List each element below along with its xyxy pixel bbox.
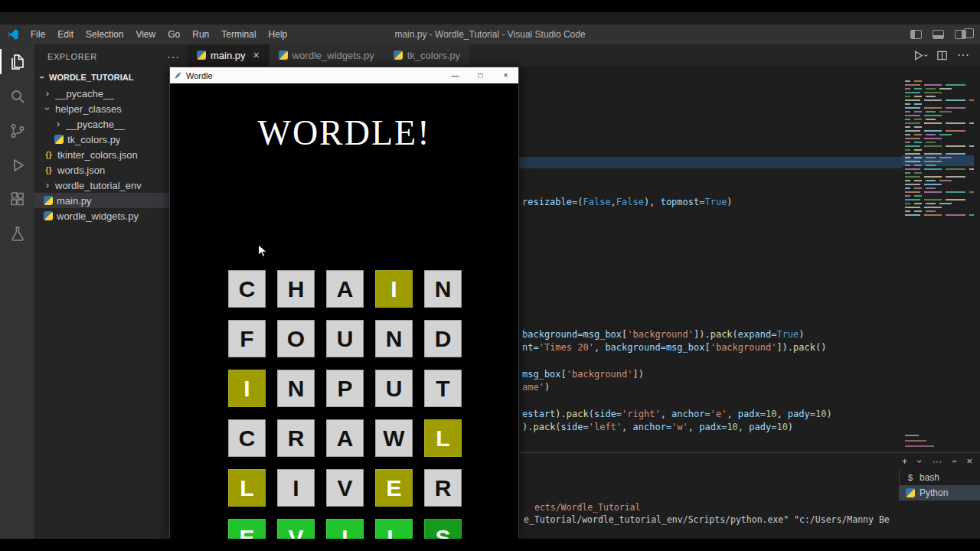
minimap-mark bbox=[946, 122, 965, 124]
tree-item-wordle-tutorial-env[interactable]: ›wordle_tutorial_env bbox=[34, 178, 188, 193]
minimap-mark bbox=[905, 180, 910, 181]
minimap-mark bbox=[924, 199, 942, 201]
menu-file[interactable]: File bbox=[24, 24, 51, 44]
tab-wordle_widgets-py[interactable]: wordle_widgets.py bbox=[270, 44, 384, 66]
terminal-more-actions-icon[interactable]: ··· bbox=[932, 455, 942, 467]
explorer-more-actions-icon[interactable]: ··· bbox=[167, 51, 180, 63]
minimap-mark bbox=[924, 122, 942, 124]
minimap-mark bbox=[905, 210, 910, 212]
minimap-mark bbox=[924, 153, 942, 155]
tk-icon bbox=[174, 71, 182, 80]
split-editor-icon[interactable] bbox=[936, 50, 948, 61]
minimap-mark bbox=[924, 168, 942, 170]
minimap-mark bbox=[924, 207, 942, 208]
wordle-tile-r4c2: R bbox=[277, 419, 315, 457]
minimap-mark bbox=[926, 111, 936, 112]
minimap-mark bbox=[905, 435, 919, 436]
source-control-icon[interactable] bbox=[0, 113, 34, 148]
wordle-tile-r2c4: N bbox=[375, 320, 413, 357]
wordle-app-window: Wordle — □ × WORDLE! CHAINFOUNDINPUTCRAW… bbox=[169, 67, 519, 539]
minimap-mark bbox=[905, 99, 920, 101]
python-file-icon bbox=[197, 51, 206, 60]
editor-more-actions-icon[interactable]: ··· bbox=[957, 48, 969, 62]
terminal-actions: + › ··· › × bbox=[902, 455, 972, 467]
wordle-heading: WORDLE! bbox=[170, 112, 518, 153]
wordle-tile-r4c3: A bbox=[326, 419, 364, 457]
menu-selection[interactable]: Selection bbox=[80, 24, 129, 44]
minimap-mark bbox=[924, 138, 942, 139]
json-file-icon: {} bbox=[44, 150, 54, 159]
new-terminal-icon[interactable]: + bbox=[902, 455, 908, 467]
wordle-body: WORDLE! CHAINFOUNDINPUTCRAWLLIVEREVILS bbox=[170, 112, 518, 551]
editor-tab-bar: main.py×wordle_widgets.pytk_colors.py › … bbox=[188, 44, 980, 66]
terminal-tab-python[interactable]: Python bbox=[900, 485, 980, 500]
tree-item-tkinter-colors-json[interactable]: {}tkinter_colors.json bbox=[34, 147, 188, 162]
search-icon[interactable] bbox=[0, 79, 34, 113]
file-label: main.py bbox=[57, 195, 92, 207]
wordle-tile-r2c1: F bbox=[228, 320, 266, 357]
close-panel-icon[interactable]: × bbox=[966, 455, 972, 467]
python-file-icon bbox=[279, 51, 288, 60]
wordle-tile-r4c5: L bbox=[424, 419, 462, 457]
run-python-file-button[interactable]: › bbox=[913, 50, 927, 61]
tree-item--pycache-[interactable]: ›__pycache__ bbox=[34, 86, 188, 101]
tree-item-main-py[interactable]: main.py bbox=[34, 193, 188, 208]
menu-edit[interactable]: Edit bbox=[51, 24, 80, 44]
tab-main-py[interactable]: main.py× bbox=[188, 44, 269, 66]
terminal-profile-chevron-icon[interactable]: › bbox=[915, 458, 924, 465]
run-and-debug-icon[interactable] bbox=[0, 148, 34, 182]
minimap-mark bbox=[926, 88, 936, 90]
wordle-tile-r3c5: T bbox=[424, 370, 462, 407]
testing-icon[interactable] bbox=[0, 217, 34, 251]
customize-layout-icon[interactable] bbox=[964, 28, 974, 38]
file-label: wordle_tutorial_env bbox=[55, 180, 142, 191]
toggle-panel-icon[interactable] bbox=[933, 30, 944, 39]
wordle-grid: CHAINFOUNDINPUTCRAWLLIVEREVILS bbox=[228, 270, 462, 551]
minimap-mark bbox=[905, 445, 934, 447]
minimap-mark bbox=[914, 195, 922, 197]
wordle-window-controls: — □ × bbox=[443, 67, 518, 83]
close-button[interactable]: × bbox=[493, 67, 518, 83]
minimap-mark bbox=[914, 172, 922, 174]
menu-view[interactable]: View bbox=[129, 24, 162, 44]
wordle-title-bar[interactable]: Wordle — □ × bbox=[170, 67, 518, 83]
tree-item--pycache-[interactable]: ›__pycache__ bbox=[34, 116, 188, 132]
minimap-mark bbox=[905, 107, 920, 109]
minimap-mark bbox=[905, 187, 910, 189]
extensions-icon[interactable] bbox=[0, 182, 34, 217]
menu-go[interactable]: Go bbox=[162, 24, 186, 44]
minimap-mark bbox=[905, 134, 910, 135]
terminal-tab-bash[interactable]: $bash bbox=[900, 470, 980, 485]
minimize-button[interactable]: — bbox=[443, 67, 468, 83]
menu-run[interactable]: Run bbox=[186, 24, 215, 44]
tab-tk_colors-py[interactable]: tk_colors.py bbox=[384, 44, 469, 66]
python-file-icon bbox=[394, 51, 403, 60]
maximize-panel-icon[interactable]: › bbox=[949, 458, 959, 465]
root-folder-row[interactable]: › WORDLE_TUTORIAL bbox=[34, 69, 188, 86]
file-label: words.json bbox=[57, 165, 105, 176]
minimap-mark bbox=[905, 145, 920, 147]
run-dropdown-chevron-icon[interactable]: › bbox=[922, 54, 930, 56]
wordle-tile-r5c5: R bbox=[424, 469, 462, 507]
minimap-mark bbox=[905, 176, 920, 178]
minimap-mark bbox=[905, 138, 920, 139]
maximize-button[interactable]: □ bbox=[468, 67, 493, 83]
menu-help[interactable]: Help bbox=[263, 24, 294, 44]
code-line: ame') bbox=[522, 382, 550, 393]
code-line: resizable=(False,False), topmost=True) bbox=[522, 197, 733, 208]
minimap[interactable] bbox=[902, 79, 974, 452]
menu-terminal[interactable]: Terminal bbox=[215, 24, 262, 44]
close-tab-icon[interactable]: × bbox=[253, 50, 260, 60]
terminal-line: ects/Wordle_Tutorial bbox=[534, 502, 640, 513]
minimap-mark bbox=[946, 199, 965, 201]
tree-item-tk-colors-py[interactable]: tk_colors.py bbox=[34, 132, 188, 147]
explorer-icon[interactable] bbox=[0, 44, 34, 79]
tree-item-helper-classes[interactable]: ›helper_classes bbox=[34, 101, 188, 116]
minimap-mark bbox=[924, 115, 942, 116]
minimap-mark bbox=[914, 134, 922, 135]
minimap-mark bbox=[905, 168, 920, 170]
toggle-sidebar-icon[interactable] bbox=[910, 30, 922, 39]
tree-item-words-json[interactable]: {}words.json bbox=[34, 162, 188, 178]
minimap-mark bbox=[914, 203, 922, 204]
tree-item-wordle-widgets-py[interactable]: wordle_widgets.py bbox=[34, 208, 188, 223]
